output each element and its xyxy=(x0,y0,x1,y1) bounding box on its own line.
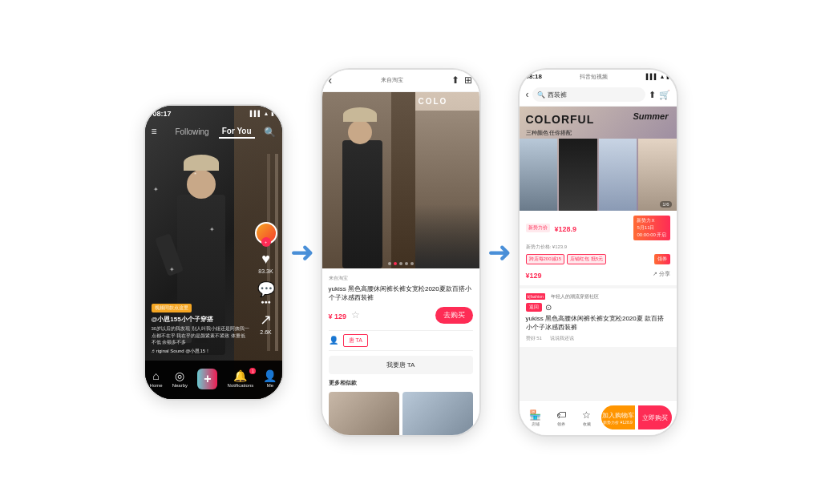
price-amount: 129 xyxy=(334,312,346,321)
likes-stat: 赞好 51 xyxy=(526,335,542,342)
shop-product-title: yukiss 黑色高腰休闲裤长裤女宽松2020夏 款百搭小个子冰感西装裤 xyxy=(526,314,670,332)
nav-notifications[interactable]: 🔔 1 Notifications xyxy=(228,369,254,388)
new-power-badge: 新势力X 5月11日 00:00:00 开启 xyxy=(633,216,669,240)
collect-icon: ☆ xyxy=(582,409,591,421)
similar-grid xyxy=(329,392,473,435)
share-action[interactable]: ↗ 2.6K xyxy=(260,311,272,335)
coupon-tag-2[interactable]: 店铺红包 抵5元 xyxy=(567,254,606,264)
creator-username: @小恩155小个子穿搭 xyxy=(152,315,250,324)
comment-count: ●●● xyxy=(261,299,271,304)
product-header-icons: ⬆ ⊞ xyxy=(451,75,472,86)
product-header: ‹ 来自淘宝 ⬆ ⊞ xyxy=(322,70,479,92)
shop-cart-icon[interactable]: 🛒 xyxy=(659,90,670,100)
price-symbol: ¥ xyxy=(329,312,335,321)
want-ta-button[interactable]: 我要唐 TA xyxy=(329,356,473,374)
product-source-label: 来自淘宝 xyxy=(381,76,403,84)
tiktok-status-icons: ▌▌▌ ▲ ▮ xyxy=(250,111,274,117)
banner-image-3 xyxy=(599,139,637,211)
nav-home[interactable]: ⌂ Home xyxy=(150,369,163,388)
nav-me[interactable]: 👤 Me xyxy=(263,369,277,388)
share-count: 2.6K xyxy=(260,329,271,335)
new-power-row: 新势力价 ¥128.9 新势力X 5月11日 00:00:00 开启 xyxy=(526,216,670,240)
new-power-price-amount: 128.9 xyxy=(559,225,577,233)
follow-ta-button[interactable]: 唐 TA xyxy=(343,334,368,347)
phone-product: ‹ 来自淘宝 ⬆ ⊞ xyxy=(321,68,481,437)
comment-icon: 💬 xyxy=(257,280,275,298)
shop-collect-button[interactable]: ☆ 收藏 xyxy=(576,409,598,426)
similar-item-2[interactable] xyxy=(402,392,473,435)
shop-time: 08:18 xyxy=(526,73,542,80)
add-to-cart-button[interactable]: 加入购物车 新势力价 ¥128.9 xyxy=(601,405,635,429)
product-image-left xyxy=(322,92,415,268)
banner-image-1 xyxy=(520,139,558,211)
nav-add-button[interactable]: + xyxy=(197,369,217,389)
wishlist-star-icon[interactable]: ☆ xyxy=(351,309,360,321)
creator-avatar[interactable]: + xyxy=(255,222,277,244)
shop-status-icons: ▌▌▌ ▲ ▮ xyxy=(646,74,670,80)
share-label: 分享 xyxy=(659,270,670,278)
phone-tiktok: ✦ ✦ ✦ ⋆ 08:17 ▌▌▌ ▲ ▮ ≡ Follo xyxy=(144,104,284,401)
new-power-price: ¥128.9 xyxy=(555,221,577,234)
dot-3 xyxy=(399,262,402,265)
product-price-row: ¥ 129 ☆ 去购买 xyxy=(329,307,473,324)
tab-for-you[interactable]: For You xyxy=(219,125,255,139)
shop-back-button[interactable]: ‹ xyxy=(526,89,529,100)
shop-store-button[interactable]: 🏪 店铺 xyxy=(524,409,547,426)
main-price-amount: 129 xyxy=(530,272,542,280)
more-similar-label: 更多相似款 xyxy=(329,379,473,387)
profile-icon: 👤 xyxy=(263,369,277,382)
coupon-tag-1[interactable]: 跨店每200减15 xyxy=(526,254,565,264)
product-share-icon[interactable]: ⬆ xyxy=(451,75,459,86)
dot-4 xyxy=(405,262,408,265)
buy-now-button[interactable]: 立即购买 xyxy=(638,405,672,429)
product-share-button[interactable]: ↗ 分享 xyxy=(653,270,670,278)
sparkle-4: ⋆ xyxy=(193,170,197,177)
banner-page-indicator: 1/6 xyxy=(660,201,671,208)
back-button-small[interactable]: 返回 xyxy=(526,303,542,312)
shop-battery-icon: ▮ xyxy=(666,74,669,79)
arrow-1: ➜ xyxy=(290,236,314,269)
new-power-label: 新势力价 xyxy=(526,224,550,232)
nearby-icon: ◎ xyxy=(175,369,184,382)
comment-action[interactable]: 💬 ●●● xyxy=(257,280,275,304)
tab-following[interactable]: Following xyxy=(172,126,212,138)
signal-icon: ▌▌▌ xyxy=(250,111,262,116)
sparkle-3: ✦ xyxy=(169,266,175,273)
wifi-icon: ▲ xyxy=(264,111,269,116)
tiktok-search-button[interactable]: 🔍 xyxy=(264,124,276,139)
shop-banner-images xyxy=(520,139,677,211)
tiktok-menu-button[interactable]: ≡ xyxy=(152,126,157,137)
shop-search-bar[interactable]: 🔍 西装裤 xyxy=(532,87,645,102)
shop-coupon-button[interactable]: 🏷 领券 xyxy=(550,409,572,426)
nav-nearby[interactable]: ◎ Nearby xyxy=(172,369,188,388)
tiktok-right-actions: + ♥ 83.3K 💬 ●●● ↗ 2.6K xyxy=(255,222,277,335)
shop-brand-desc: 年轻人的潮流穿搭社区 xyxy=(551,293,599,300)
store-icon: 🏪 xyxy=(529,409,541,421)
product-image-dots xyxy=(388,262,414,265)
shop-wifi-icon: ▲ xyxy=(660,74,665,79)
like-action[interactable]: ♥ 83.3K xyxy=(258,251,273,274)
store-label: 店铺 xyxy=(532,421,540,426)
add-icon: + xyxy=(204,372,211,385)
coupon-icon: 🏷 xyxy=(556,409,566,421)
tiktok-status-bar: 08:17 ▌▌▌ ▲ ▮ xyxy=(145,106,282,122)
banner-subtitle: 三种颜色 任你搭配 xyxy=(526,129,572,137)
use-coupon-button[interactable]: 领券 xyxy=(654,254,670,264)
home-icon: ⌂ xyxy=(152,369,159,382)
product-images: COLO xyxy=(322,92,479,268)
shop-product-info: b|fashion 年轻人的潮流穿搭社区 返回 ⊙ yukiss 黑色高腰休闲裤… xyxy=(520,288,677,347)
product-back-button[interactable]: ‹ xyxy=(329,74,333,87)
shop-signal-icon: ▌▌▌ xyxy=(646,74,658,79)
shop-header: ‹ 🔍 西装裤 ⬆ 🛒 xyxy=(520,84,677,107)
product-grid-icon[interactable]: ⊞ xyxy=(464,75,472,86)
shop-share-icon[interactable]: ⬆ xyxy=(649,90,656,100)
video-badge[interactable]: 视频同款点这里 xyxy=(152,304,192,312)
similar-item-1[interactable] xyxy=(329,392,399,435)
product-info: 来自淘宝 yukiss 黑色高腰休闲裤长裤女宽松2020夏款百搭小个子冰感西装裤… xyxy=(322,268,479,435)
add-cart-price: 新势力价 ¥128.9 xyxy=(603,420,633,425)
nav-nearby-label: Nearby xyxy=(172,383,188,388)
new-power-badge-date: 5月11日 xyxy=(637,224,666,232)
product-source-tag: 来自淘宝 xyxy=(329,275,473,282)
shop-price-section: 新势力价 ¥128.9 新势力X 5月11日 00:00:00 开启 新势力价格… xyxy=(520,211,677,285)
buy-button[interactable]: 去购买 xyxy=(435,307,473,324)
